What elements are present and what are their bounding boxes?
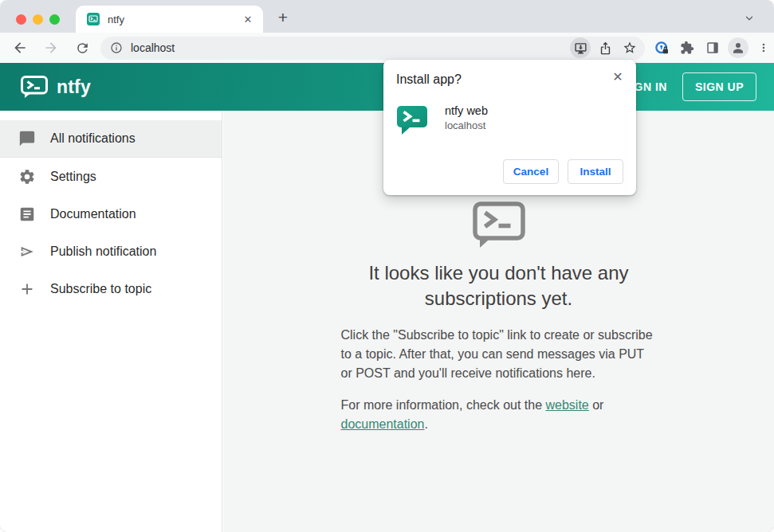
more-info-text: . bbox=[424, 417, 427, 431]
back-icon[interactable] bbox=[10, 37, 30, 58]
app-title: ntfy bbox=[57, 76, 91, 98]
install-button[interactable]: Install bbox=[568, 159, 623, 184]
sidebar-item-subscribe-to-topic[interactable]: Subscribe to topic bbox=[0, 270, 222, 307]
empty-state: It looks like you don't have any subscri… bbox=[341, 201, 657, 447]
browser-tab-ntfy[interactable]: ntfy ✕ bbox=[76, 6, 263, 33]
browser-window: ntfy ✕ + localhost bbox=[0, 0, 774, 532]
bookmark-star-icon[interactable] bbox=[619, 37, 640, 58]
more-info-text: For more information, check out the bbox=[341, 398, 546, 412]
cancel-button[interactable]: Cancel bbox=[503, 159, 559, 184]
dialog-app-name: ntfy web bbox=[445, 104, 488, 117]
side-panel-icon[interactable] bbox=[702, 37, 723, 58]
sidebar-item-settings[interactable]: Settings bbox=[0, 158, 222, 195]
sidebar-navigation: All notifications Settings Documentation… bbox=[0, 111, 222, 532]
sidebar-item-label: Publish notification bbox=[50, 244, 156, 259]
zoom-window-button[interactable] bbox=[49, 14, 60, 25]
tab-favicon-ntfy-icon bbox=[87, 13, 100, 25]
sign-up-button[interactable]: SIGN UP bbox=[682, 72, 756, 101]
sidebar-item-label: Subscribe to topic bbox=[50, 282, 151, 296]
ntfy-logo-icon bbox=[21, 76, 48, 98]
send-icon bbox=[18, 242, 37, 261]
ntfy-outline-logo-icon bbox=[341, 201, 657, 251]
address-bar[interactable]: localhost bbox=[100, 37, 645, 60]
share-icon[interactable] bbox=[595, 37, 615, 58]
tab-title: ntfy bbox=[108, 14, 241, 25]
extensions-puzzle-icon[interactable] bbox=[677, 37, 697, 58]
dialog-app-origin: localhost bbox=[445, 119, 488, 131]
dialog-close-icon[interactable]: ✕ bbox=[609, 68, 627, 85]
reload-icon[interactable] bbox=[72, 37, 92, 58]
sidebar-item-publish-notification[interactable]: Publish notification bbox=[0, 233, 222, 270]
new-tab-button[interactable]: + bbox=[274, 10, 292, 27]
article-icon bbox=[18, 205, 37, 224]
install-app-icon[interactable] bbox=[570, 37, 591, 58]
password-manager-extension-icon[interactable] bbox=[651, 37, 672, 58]
website-link[interactable]: website bbox=[546, 398, 589, 412]
install-app-dialog: Install app? ✕ ntfy web local bbox=[383, 60, 636, 195]
sidebar-item-all-notifications[interactable]: All notifications bbox=[0, 120, 222, 158]
browser-menu-kebab-icon[interactable] bbox=[753, 37, 774, 58]
forward-icon[interactable] bbox=[41, 37, 61, 58]
sidebar-item-label: Documentation bbox=[50, 207, 136, 221]
sidebar-item-label: All notifications bbox=[50, 131, 136, 146]
tab-strip: ntfy ✕ + bbox=[0, 0, 774, 33]
chat-icon bbox=[18, 129, 37, 148]
minimize-window-button[interactable] bbox=[33, 14, 43, 25]
browser-toolbar: localhost bbox=[0, 33, 774, 63]
close-window-button[interactable] bbox=[16, 14, 26, 25]
empty-state-heading: It looks like you don't have any subscri… bbox=[341, 260, 657, 311]
url-text: localhost bbox=[131, 41, 570, 54]
sidebar-item-label: Settings bbox=[50, 170, 96, 184]
site-info-icon[interactable] bbox=[110, 41, 123, 54]
tab-close-icon[interactable]: ✕ bbox=[241, 12, 255, 26]
empty-state-description: Click the "Subscribe to topic" link to c… bbox=[341, 326, 657, 383]
ntfy-app-icon bbox=[396, 104, 428, 135]
macos-traffic-lights bbox=[16, 14, 60, 25]
plus-icon bbox=[18, 280, 37, 299]
dialog-title: Install app? bbox=[396, 72, 623, 87]
tab-search-chevron-icon[interactable] bbox=[744, 13, 755, 24]
empty-state-more-info: For more information, check out the webs… bbox=[341, 396, 657, 434]
profile-avatar[interactable] bbox=[728, 37, 748, 58]
gear-icon bbox=[18, 167, 37, 186]
sidebar-item-documentation[interactable]: Documentation bbox=[0, 195, 222, 233]
more-info-text: or bbox=[589, 398, 604, 412]
documentation-link[interactable]: documentation bbox=[341, 417, 425, 431]
